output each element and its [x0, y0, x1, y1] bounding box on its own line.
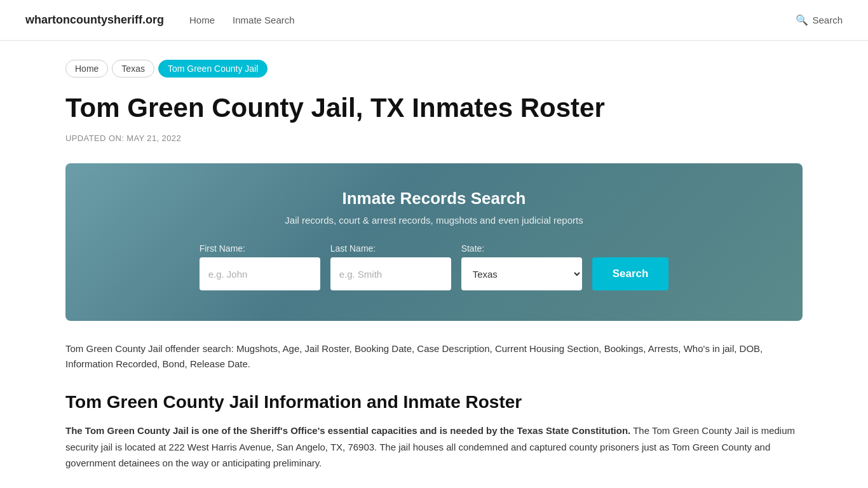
breadcrumb-current: Tom Green County Jail: [158, 60, 268, 78]
search-panel-subtitle: Jail records, court & arrest records, mu…: [104, 215, 764, 226]
site-title: whartoncountysheriff.org: [25, 13, 164, 27]
updated-prefix: UPDATED ON:: [65, 133, 124, 143]
page-title: Tom Green County Jail, TX Inmates Roster: [65, 93, 803, 123]
state-group: State: AlabamaAlaskaArizonaArkansasCalif…: [461, 243, 582, 290]
updated-date-value: MAY 21, 2022: [126, 133, 181, 143]
main-content: Home Texas Tom Green County Jail Tom Gre…: [40, 41, 828, 488]
search-button[interactable]: Search: [592, 257, 669, 290]
body-text: Tom Green County Jail offender search: M…: [65, 341, 803, 372]
nav-inmate-search[interactable]: Inmate Search: [233, 15, 295, 25]
section-body: The Tom Green County Jail is one of the …: [65, 423, 803, 471]
search-icon: 🔍: [796, 14, 808, 26]
section-title: Tom Green County Jail Information and In…: [65, 392, 803, 412]
header-search[interactable]: 🔍 Search: [796, 14, 843, 26]
section-body-text: The Tom Green County Jail is one of the …: [65, 425, 795, 468]
first-name-group: First Name:: [200, 243, 320, 290]
state-label: State:: [461, 243, 485, 254]
breadcrumb-texas[interactable]: Texas: [112, 60, 154, 78]
nav-home[interactable]: Home: [189, 15, 215, 25]
state-select[interactable]: AlabamaAlaskaArizonaArkansasCaliforniaCo…: [461, 257, 582, 290]
last-name-input[interactable]: [330, 257, 451, 290]
search-form: First Name: Last Name: State: AlabamaAla…: [104, 243, 764, 290]
search-panel: Inmate Records Search Jail records, cour…: [65, 163, 803, 321]
main-nav: Home Inmate Search: [189, 15, 770, 25]
breadcrumb: Home Texas Tom Green County Jail: [65, 60, 803, 78]
header-search-label: Search: [812, 15, 843, 25]
first-name-input[interactable]: [200, 257, 320, 290]
first-name-label: First Name:: [200, 243, 245, 254]
last-name-group: Last Name:: [330, 243, 451, 290]
breadcrumb-home[interactable]: Home: [65, 60, 108, 78]
last-name-label: Last Name:: [330, 243, 376, 254]
search-panel-title: Inmate Records Search: [104, 189, 764, 208]
site-header: whartoncountysheriff.org Home Inmate Sea…: [0, 0, 868, 41]
updated-date: UPDATED ON: MAY 21, 2022: [65, 133, 803, 143]
